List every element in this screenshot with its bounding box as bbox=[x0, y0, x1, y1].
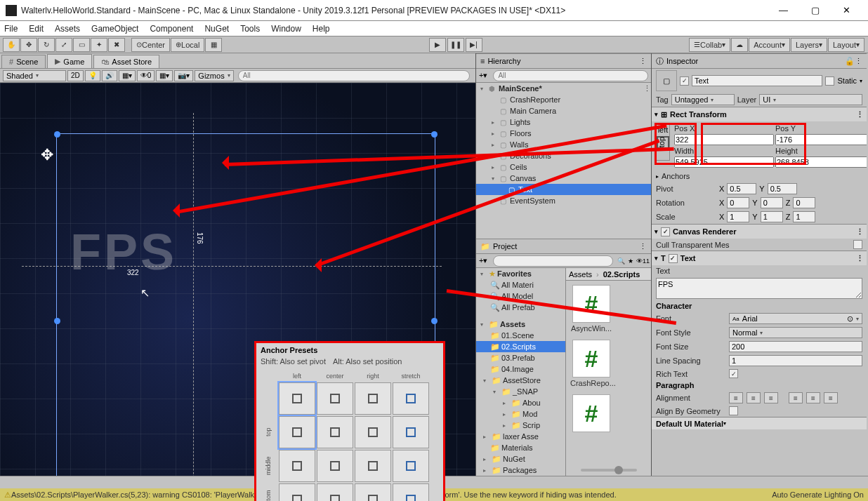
preset-bottom-center[interactable] bbox=[317, 483, 353, 501]
scene-menu-icon[interactable]: ⋮ bbox=[643, 84, 651, 93]
favorite-icon[interactable]: ★ bbox=[626, 258, 635, 265]
rect-transform-header[interactable]: ▾⊞Rect Transform⋮ bbox=[652, 107, 867, 121]
layers-button[interactable]: Layers ▾ bbox=[791, 38, 827, 52]
tag-dropdown[interactable]: Untagged bbox=[671, 94, 735, 105]
camera-toggle[interactable]: 📷▾ bbox=[174, 70, 193, 81]
preset-top-stretch[interactable] bbox=[393, 416, 429, 448]
preset-top-right[interactable] bbox=[355, 416, 391, 448]
rot-z-field[interactable] bbox=[793, 197, 815, 208]
create-button[interactable]: +▾ bbox=[476, 71, 490, 80]
audio-toggle[interactable]: 🔊 bbox=[102, 70, 117, 81]
valign-top-button[interactable]: ≡ bbox=[789, 392, 803, 403]
static-checkbox[interactable] bbox=[825, 76, 834, 86]
light-toggle[interactable]: 💡 bbox=[85, 70, 100, 81]
height-field[interactable] bbox=[775, 156, 867, 168]
fx-toggle[interactable]: ▦▾ bbox=[119, 70, 136, 81]
transform-tool-button[interactable]: ✦ bbox=[91, 38, 107, 52]
collab-button[interactable]: ☰ Collab ▾ bbox=[689, 38, 730, 52]
scene-view[interactable]: 322 176 FPS ✥ ↖ Anchor Presets Shift: Al… bbox=[0, 83, 475, 476]
menu-tools[interactable]: Tools bbox=[240, 24, 260, 34]
hierarchy-item[interactable]: ▸▢Floors bbox=[476, 128, 651, 139]
gizmos-dropdown[interactable]: Gizmos bbox=[195, 70, 233, 81]
lock-icon[interactable]: 🔓 bbox=[845, 57, 855, 66]
valign-mid-button[interactable]: ≡ bbox=[806, 392, 820, 403]
project-breadcrumb[interactable]: Assets›02.Scripts bbox=[566, 268, 651, 281]
hierarchy-header[interactable]: ≡Hierarchy ⋮ bbox=[476, 53, 651, 69]
step-button[interactable]: ▶| bbox=[466, 38, 482, 52]
font-size-field[interactable] bbox=[729, 341, 862, 352]
panel-menu-icon[interactable]: ⋮ bbox=[639, 57, 647, 66]
anchor-gizmo-icon[interactable]: ✥ bbox=[41, 146, 53, 164]
align-center-button[interactable]: ≡ bbox=[747, 392, 761, 403]
hierarchy-item[interactable]: ▸▢Walls bbox=[476, 139, 651, 150]
preset-cell[interactable] bbox=[355, 382, 391, 415]
preset-bottom-right[interactable] bbox=[355, 483, 391, 501]
rich-text-checkbox[interactable]: ✓ bbox=[729, 369, 738, 378]
align-geometry-checkbox[interactable] bbox=[729, 406, 738, 415]
play-button[interactable]: ▶ bbox=[429, 38, 446, 52]
align-left-button[interactable]: ≡ bbox=[729, 392, 743, 403]
preset-middle-stretch[interactable] bbox=[393, 450, 429, 482]
custom-tool-button[interactable]: ✖ bbox=[108, 38, 125, 52]
grid-toggle[interactable]: ▦▾ bbox=[156, 70, 173, 81]
panel-menu-icon[interactable]: ⋮ bbox=[855, 57, 862, 66]
preset-top-center[interactable] bbox=[317, 416, 353, 448]
panel-menu-icon[interactable]: ⋮ bbox=[639, 242, 647, 251]
space-button[interactable]: ⊕Local bbox=[171, 38, 204, 52]
hierarchy-search[interactable] bbox=[493, 70, 648, 81]
handle-ml[interactable] bbox=[54, 318, 60, 324]
shading-dropdown[interactable]: Shaded bbox=[3, 70, 66, 81]
preset-bottom-stretch[interactable] bbox=[393, 483, 429, 501]
scale-tool-button[interactable]: ⤢ bbox=[55, 38, 72, 52]
project-header[interactable]: 📁Project ⋮ bbox=[476, 239, 651, 254]
posy-field[interactable] bbox=[775, 134, 867, 145]
pause-button[interactable]: ❚❚ bbox=[447, 38, 464, 52]
cull-checkbox[interactable] bbox=[853, 240, 862, 249]
font-field[interactable]: AaArial⊙ bbox=[729, 313, 862, 324]
hidden-count[interactable]: 👁11 bbox=[635, 258, 651, 265]
hierarchy-item[interactable]: ▢Main Camera bbox=[476, 105, 651, 116]
width-field[interactable] bbox=[674, 156, 774, 168]
pivot-button[interactable]: ⊙Center bbox=[131, 38, 170, 52]
menu-component[interactable]: Component bbox=[150, 24, 193, 34]
valign-bot-button[interactable]: ≡ bbox=[824, 392, 838, 403]
scene-search[interactable] bbox=[238, 70, 470, 81]
material-row[interactable]: Default UI Material ▾ bbox=[652, 417, 867, 429]
hierarchy-item[interactable]: ▢EventSystem bbox=[476, 195, 651, 206]
layout-button[interactable]: Layout ▾ bbox=[828, 38, 864, 52]
asset-item[interactable]: #AsyncWin... bbox=[570, 285, 612, 333]
menu-nuget[interactable]: NuGet bbox=[204, 24, 229, 34]
canvas-renderer-header[interactable]: ▾✓Canvas Renderer⋮ bbox=[652, 225, 867, 239]
text-value-field[interactable]: FPS bbox=[656, 278, 862, 299]
close-button[interactable]: ✕ bbox=[831, 0, 862, 21]
scale-y-field[interactable] bbox=[761, 211, 783, 222]
menu-file[interactable]: File bbox=[4, 24, 18, 34]
hidden-toggle[interactable]: 👁0 bbox=[137, 70, 155, 81]
component-menu-icon[interactable]: ⋮ bbox=[856, 110, 864, 119]
move-tool-button[interactable]: ✥ bbox=[20, 38, 37, 52]
snap-button[interactable]: ▦ bbox=[205, 38, 222, 52]
hierarchy-item[interactable]: ▸▢Decorations bbox=[476, 150, 651, 161]
maximize-button[interactable]: ▢ bbox=[799, 0, 831, 21]
hierarchy-item[interactable]: ▸▢Lights bbox=[476, 116, 651, 128]
menu-assets[interactable]: Assets bbox=[55, 24, 80, 34]
font-style-dropdown[interactable]: Normal bbox=[729, 327, 862, 338]
canvas-text-object[interactable]: FPS bbox=[70, 223, 177, 281]
project-tree[interactable]: ▾★Favorites 🔍All Materi 🔍All Model 🔍All … bbox=[476, 268, 566, 476]
active-checkbox[interactable]: ✓ bbox=[680, 76, 689, 86]
hierarchy-item[interactable]: ▾▢Canvas bbox=[476, 173, 651, 184]
project-search[interactable] bbox=[493, 255, 613, 267]
rot-y-field[interactable] bbox=[761, 197, 783, 208]
hierarchy-item[interactable]: ▸▢Ceils bbox=[476, 161, 651, 173]
layer-dropdown[interactable]: UI bbox=[759, 94, 862, 105]
tab-scene[interactable]: #Scene bbox=[1, 55, 46, 68]
preset-middle-right[interactable] bbox=[355, 450, 391, 482]
project-create-button[interactable]: +▾ bbox=[476, 256, 490, 265]
align-right-button[interactable]: ≡ bbox=[764, 392, 778, 403]
preset-cell[interactable] bbox=[317, 382, 353, 415]
thumbnail-size-slider[interactable] bbox=[581, 469, 637, 472]
menu-window[interactable]: Window bbox=[271, 24, 301, 34]
preset-cell[interactable] bbox=[393, 382, 429, 415]
2d-toggle[interactable]: 2D bbox=[67, 70, 84, 81]
rect-tool-button[interactable]: ▭ bbox=[73, 38, 90, 52]
